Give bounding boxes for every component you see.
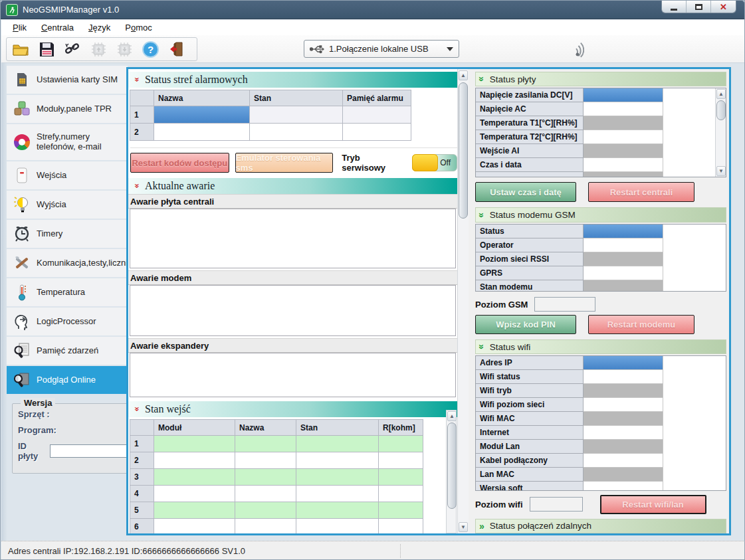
download-firmware-button[interactable]: [114, 39, 134, 59]
service-mode-toggle[interactable]: Off: [412, 154, 457, 171]
section-header-inputs[interactable]: Stan wejść: [128, 401, 457, 417]
board-id-input[interactable]: [50, 444, 127, 458]
input-cell[interactable]: [296, 436, 379, 452]
minimize-button[interactable]: [662, 1, 687, 13]
input-cell[interactable]: [379, 436, 423, 452]
zone-name-cell[interactable]: [154, 124, 250, 141]
input-cell[interactable]: [154, 436, 235, 452]
sidebar-item-logicprocessor[interactable]: LogicProcessor: [7, 308, 128, 335]
section-header-faults[interactable]: Aktualne awarie: [128, 178, 457, 194]
menu-pomoc[interactable]: Pomoc: [118, 21, 159, 35]
section-header-remote-connections[interactable]: Status połączeń zdalnych: [475, 519, 726, 533]
restart-access-codes-button[interactable]: Restart kodów dostępu: [130, 153, 229, 173]
scrollbar-thumb[interactable]: [459, 82, 468, 219]
scroll-up-arrow[interactable]: ▲: [447, 411, 457, 421]
input-cell[interactable]: [154, 502, 235, 519]
zone-alarm-memory-cell[interactable]: [343, 124, 411, 141]
input-cell[interactable]: [235, 452, 296, 469]
status-value-cell: [584, 398, 663, 412]
input-cell[interactable]: [296, 519, 379, 533]
sidebar-item-timers[interactable]: Timery: [7, 220, 128, 248]
scroll-up-arrow[interactable]: ▲: [459, 70, 468, 80]
menu-centrala[interactable]: Centrala: [34, 21, 81, 35]
zone-alarm-memory-cell[interactable]: [343, 106, 411, 124]
sidebar-item-event-memory[interactable]: Pamięć zdarzeń: [7, 337, 128, 365]
set-time-button[interactable]: Ustaw czas i datę: [475, 182, 576, 202]
zone-state-cell[interactable]: [250, 106, 343, 124]
scroll-down-arrow[interactable]: ▼: [716, 166, 726, 176]
row-number: 6: [130, 519, 154, 533]
input-cell[interactable]: [235, 519, 296, 533]
close-button[interactable]: ✕: [711, 1, 736, 13]
status-row-label: Wifi tryb: [476, 384, 584, 398]
menu-jezyk[interactable]: Język: [81, 21, 118, 35]
input-cell[interactable]: [154, 486, 235, 502]
board-table-scrollbar[interactable]: ▲ ▼: [715, 88, 726, 177]
input-cell[interactable]: [379, 452, 423, 469]
sidebar-item-online-view[interactable]: Podgląd Online: [7, 366, 128, 394]
inputs-row-2[interactable]: 2: [130, 452, 423, 469]
enter-pin-button[interactable]: Wpisz kod PIN: [475, 315, 576, 334]
online-view-icon: [13, 371, 31, 389]
exit-button[interactable]: [166, 39, 186, 59]
sidebar-item-temperature[interactable]: Temperatura: [7, 278, 128, 306]
gsm-level-input[interactable]: [534, 297, 595, 312]
input-cell[interactable]: [296, 452, 379, 469]
section-header-zones[interactable]: Status stref alarmowych: [128, 72, 457, 88]
inputs-row-4[interactable]: 4: [130, 486, 423, 502]
inputs-row-1[interactable]: 1: [130, 436, 423, 452]
sidebar-item-modules[interactable]: Moduły,panele TPR: [7, 95, 128, 123]
input-cell[interactable]: [235, 469, 296, 486]
input-cell[interactable]: [235, 486, 296, 502]
scroll-down-arrow[interactable]: ▼: [459, 522, 468, 532]
input-cell[interactable]: [235, 502, 296, 519]
scrollbar-thumb[interactable]: [716, 100, 726, 120]
section-header-wifi-status[interactable]: Status wifi: [475, 339, 726, 354]
input-cell[interactable]: [154, 469, 235, 486]
open-file-button[interactable]: [11, 39, 31, 59]
center-scrollbar[interactable]: ▲ ▼: [457, 69, 469, 533]
zone-name-cell-selected[interactable]: [154, 106, 250, 124]
input-cell[interactable]: [296, 486, 379, 502]
scrollbar-thumb[interactable]: [447, 422, 457, 509]
inputs-row-5[interactable]: 5: [130, 502, 423, 519]
input-cell[interactable]: [296, 502, 379, 519]
input-cell[interactable]: [296, 469, 379, 486]
restart-central-button[interactable]: Restart centrali: [588, 182, 694, 202]
modem-faults-list: [130, 285, 456, 336]
restart-modem-button[interactable]: Restart modemu: [588, 315, 694, 334]
zone-state-cell[interactable]: [250, 124, 343, 141]
sms-emulator-button[interactable]: Emulator sterowania sms: [235, 153, 334, 173]
restart-wifi-lan-button[interactable]: Restart wifi/lan: [600, 495, 706, 514]
section-header-board-status[interactable]: Status płyty: [475, 72, 726, 86]
upload-firmware-button[interactable]: [88, 39, 108, 59]
input-cell[interactable]: [379, 469, 423, 486]
input-cell[interactable]: [379, 519, 423, 533]
inputs-row-6[interactable]: 6: [130, 519, 423, 533]
zones-col-corner: [130, 90, 154, 106]
maximize-button[interactable]: [687, 1, 711, 13]
section-header-gsm-status[interactable]: Status modemu GSM: [475, 207, 726, 222]
connect-button[interactable]: [62, 39, 82, 59]
save-button[interactable]: [37, 39, 56, 59]
sidebar-item-inputs[interactable]: Wejścia: [7, 161, 128, 189]
inputs-row-3[interactable]: 3: [130, 469, 423, 486]
input-cell[interactable]: [154, 519, 235, 533]
wifi-level-input[interactable]: [530, 497, 583, 512]
help-button[interactable]: ?: [140, 39, 160, 59]
zones-row-1[interactable]: 1: [130, 106, 411, 124]
scroll-up-arrow[interactable]: ▲: [716, 89, 726, 99]
zones-row-2[interactable]: 2: [130, 124, 411, 141]
input-cell[interactable]: [154, 452, 235, 469]
inputs-col-stan: Stan: [296, 420, 379, 436]
sidebar-item-sim[interactable]: Ustawienia karty SIM: [7, 66, 128, 94]
menu-plik[interactable]: Plik: [5, 21, 34, 35]
input-cell[interactable]: [379, 502, 423, 519]
sidebar-item-communication[interactable]: Komunikacja,testy,liczniki: [7, 249, 128, 277]
connection-select[interactable]: 1.Połączenie lokalne USB: [304, 40, 459, 58]
sidebar-item-outputs[interactable]: Wyjścia: [7, 191, 128, 219]
inputs-table-scrollbar[interactable]: ▲: [446, 410, 457, 533]
sidebar-item-zones[interactable]: Strefy,numery telefonów, e-mail: [7, 124, 128, 160]
input-cell[interactable]: [379, 486, 423, 502]
input-cell[interactable]: [235, 436, 296, 452]
